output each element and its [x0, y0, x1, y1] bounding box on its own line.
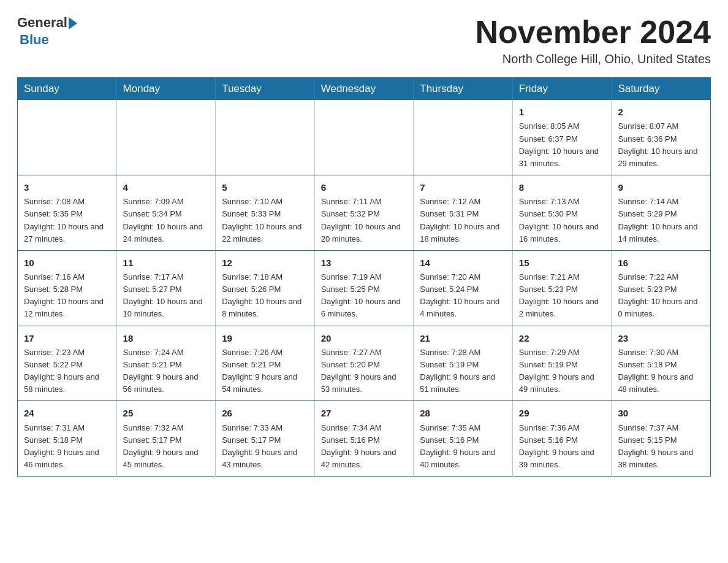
day-info-text: Sunset: 5:17 PM [222, 434, 308, 446]
month-title: November 2024 [476, 15, 711, 50]
day-info-text: Sunset: 5:20 PM [321, 359, 408, 371]
day-info-text: Sunrise: 7:33 AM [222, 422, 308, 434]
day-info-text: Daylight: 10 hours and 6 minutes. [321, 296, 408, 320]
day-number: 16 [618, 256, 704, 270]
calendar-cell: 4Sunrise: 7:09 AMSunset: 5:34 PMDaylight… [116, 175, 216, 251]
day-number: 19 [222, 331, 308, 345]
calendar-cell: 12Sunrise: 7:18 AMSunset: 5:26 PMDayligh… [216, 250, 315, 326]
day-info-text: Sunrise: 7:16 AM [24, 271, 110, 283]
calendar-cell [314, 100, 414, 175]
page-header: General Blue November 2024 North College… [17, 15, 711, 66]
day-number: 25 [123, 406, 210, 420]
calendar-week-row: 24Sunrise: 7:31 AMSunset: 5:18 PMDayligh… [18, 401, 711, 477]
day-info-text: Daylight: 10 hours and 4 minutes. [420, 296, 506, 320]
day-number: 17 [24, 331, 110, 345]
day-info-text: Daylight: 10 hours and 31 minutes. [519, 145, 605, 170]
day-info-text: Sunset: 5:18 PM [618, 359, 704, 371]
day-number: 28 [420, 406, 506, 420]
day-info-text: Sunrise: 7:22 AM [618, 271, 704, 283]
day-info-text: Sunset: 5:22 PM [24, 359, 110, 371]
calendar-cell: 29Sunrise: 7:36 AMSunset: 5:16 PMDayligh… [512, 401, 612, 477]
day-info-text: Sunrise: 7:37 AM [618, 422, 704, 434]
day-info-text: Sunset: 5:19 PM [519, 359, 605, 371]
calendar-cell: 15Sunrise: 7:21 AMSunset: 5:23 PMDayligh… [512, 250, 612, 326]
calendar-cell [116, 100, 216, 175]
day-number: 11 [123, 256, 210, 270]
day-info-text: Sunrise: 7:11 AM [321, 196, 408, 208]
day-number: 22 [519, 331, 605, 345]
day-number: 6 [321, 180, 408, 194]
logo: General Blue [17, 15, 77, 48]
day-info-text: Sunrise: 7:21 AM [519, 271, 605, 283]
calendar-cell: 23Sunrise: 7:30 AMSunset: 5:18 PMDayligh… [612, 326, 711, 401]
day-info-text: Sunset: 5:16 PM [519, 434, 605, 446]
calendar-week-row: 17Sunrise: 7:23 AMSunset: 5:22 PMDayligh… [18, 326, 711, 401]
day-number: 14 [420, 256, 506, 270]
day-info-text: Sunset: 5:29 PM [618, 208, 704, 220]
day-info-text: Sunrise: 7:13 AM [519, 196, 605, 208]
day-info-text: Daylight: 9 hours and 48 minutes. [618, 371, 704, 396]
day-info-text: Sunrise: 7:24 AM [123, 347, 210, 359]
calendar-cell: 25Sunrise: 7:32 AMSunset: 5:17 PMDayligh… [116, 401, 216, 477]
day-number: 20 [321, 331, 408, 345]
weekday-header-saturday: Saturday [612, 78, 711, 101]
day-number: 1 [519, 105, 605, 119]
calendar-cell: 10Sunrise: 7:16 AMSunset: 5:28 PMDayligh… [18, 250, 117, 326]
day-info-text: Daylight: 9 hours and 45 minutes. [123, 446, 210, 471]
day-info-text: Sunset: 5:17 PM [123, 434, 210, 446]
calendar-cell: 28Sunrise: 7:35 AMSunset: 5:16 PMDayligh… [414, 401, 513, 477]
calendar-week-row: 10Sunrise: 7:16 AMSunset: 5:28 PMDayligh… [18, 250, 711, 326]
day-info-text: Sunrise: 8:05 AM [519, 120, 605, 132]
day-number: 23 [618, 331, 704, 345]
calendar-cell: 30Sunrise: 7:37 AMSunset: 5:15 PMDayligh… [612, 401, 711, 477]
day-info-text: Sunrise: 7:30 AM [618, 347, 704, 359]
day-info-text: Daylight: 10 hours and 8 minutes. [222, 296, 308, 320]
calendar-table: SundayMondayTuesdayWednesdayThursdayFrid… [17, 77, 711, 477]
day-info-text: Sunrise: 7:29 AM [519, 347, 605, 359]
day-info-text: Sunrise: 7:26 AM [222, 347, 308, 359]
calendar-cell: 13Sunrise: 7:19 AMSunset: 5:25 PMDayligh… [314, 250, 414, 326]
weekday-header-wednesday: Wednesday [314, 78, 414, 101]
day-info-text: Daylight: 10 hours and 0 minutes. [618, 296, 704, 320]
day-number: 7 [420, 180, 506, 194]
calendar-week-row: 1Sunrise: 8:05 AMSunset: 6:37 PMDaylight… [18, 100, 711, 175]
day-number: 4 [123, 180, 210, 194]
day-info-text: Daylight: 10 hours and 12 minutes. [24, 296, 110, 320]
weekday-header-friday: Friday [512, 78, 612, 101]
day-info-text: Sunset: 5:27 PM [123, 283, 210, 296]
logo-general-text: General [17, 15, 67, 31]
calendar-cell: 22Sunrise: 7:29 AMSunset: 5:19 PMDayligh… [512, 326, 612, 401]
day-info-text: Sunrise: 7:20 AM [420, 271, 506, 283]
weekday-header-sunday: Sunday [18, 78, 117, 101]
day-info-text: Daylight: 10 hours and 2 minutes. [519, 296, 605, 320]
day-info-text: Daylight: 10 hours and 10 minutes. [123, 296, 210, 320]
calendar-header-row: SundayMondayTuesdayWednesdayThursdayFrid… [18, 78, 711, 101]
weekday-header-tuesday: Tuesday [216, 78, 315, 101]
calendar-cell: 16Sunrise: 7:22 AMSunset: 5:23 PMDayligh… [612, 250, 711, 326]
day-number: 30 [618, 406, 704, 420]
calendar-cell [18, 100, 117, 175]
day-info-text: Sunrise: 7:31 AM [24, 422, 110, 434]
day-info-text: Sunset: 5:19 PM [420, 359, 506, 371]
day-info-text: Sunrise: 7:08 AM [24, 196, 110, 208]
calendar-cell [414, 100, 513, 175]
day-info-text: Daylight: 9 hours and 56 minutes. [123, 371, 210, 396]
day-info-text: Sunrise: 7:14 AM [618, 196, 704, 208]
calendar-cell: 21Sunrise: 7:28 AMSunset: 5:19 PMDayligh… [414, 326, 513, 401]
day-info-text: Sunset: 5:15 PM [618, 434, 704, 446]
calendar-cell [216, 100, 315, 175]
calendar-cell: 27Sunrise: 7:34 AMSunset: 5:16 PMDayligh… [314, 401, 414, 477]
day-info-text: Sunset: 5:21 PM [123, 359, 210, 371]
calendar-cell: 11Sunrise: 7:17 AMSunset: 5:27 PMDayligh… [116, 250, 216, 326]
day-info-text: Sunrise: 7:36 AM [519, 422, 605, 434]
calendar-cell: 9Sunrise: 7:14 AMSunset: 5:29 PMDaylight… [612, 175, 711, 251]
day-info-text: Daylight: 10 hours and 27 minutes. [24, 221, 110, 245]
day-info-text: Sunset: 5:23 PM [618, 283, 704, 296]
day-info-text: Daylight: 9 hours and 51 minutes. [420, 371, 506, 396]
day-number: 26 [222, 406, 308, 420]
calendar-cell: 24Sunrise: 7:31 AMSunset: 5:18 PMDayligh… [18, 401, 117, 477]
title-block: November 2024 North College Hill, Ohio, … [476, 15, 711, 66]
day-info-text: Sunrise: 7:12 AM [420, 196, 506, 208]
day-info-text: Daylight: 9 hours and 43 minutes. [222, 446, 308, 471]
calendar-cell: 20Sunrise: 7:27 AMSunset: 5:20 PMDayligh… [314, 326, 414, 401]
